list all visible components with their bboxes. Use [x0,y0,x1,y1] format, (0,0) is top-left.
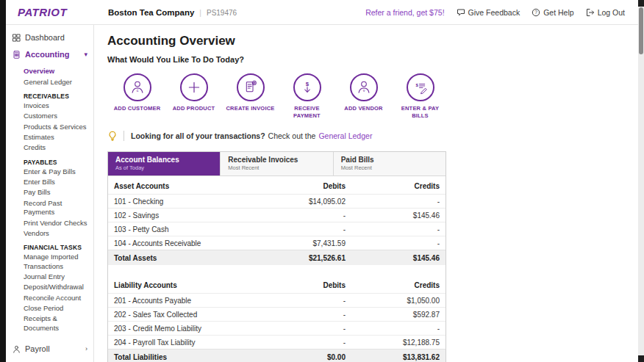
debits-value: - [259,211,346,220]
sidebar-item-accounting[interactable]: Accounting▾ [6,46,93,63]
debits-value: - [259,339,346,347]
credits-column-header: Credits [346,182,440,190]
sidebar-item-payroll[interactable]: Payroll› [6,341,93,358]
page-subtitle: What Would You Like To Do Today? [107,55,638,64]
window-edge-left [0,0,6,362]
action-label: ENTER & PAY BILLS [396,105,446,120]
account-name: 101 - Checking [114,198,259,206]
patriot-logo[interactable]: PATRIOT [18,6,67,18]
table-total-row: Total Liabilities$0.00$13,831.62 [108,349,446,362]
scroll-up-button[interactable] [638,0,644,7]
sidebar-item-deposit-withdrawal[interactable]: Deposit/Withdrawal [6,282,93,292]
tab-subtitle: Most Recent [341,164,438,171]
scrollbar-thumb[interactable] [639,7,643,54]
page-scrollbar[interactable] [638,0,644,362]
table-row: 102 - Savings-$145.46 [108,208,446,222]
sidebar-item-reports[interactable]: Reports [6,358,93,362]
account-name: 201 - Accounts Payable [114,297,259,305]
sidebar-item-print-vendor-checks[interactable]: Print Vendor Checks [6,218,93,228]
account-name: 202 - Sales Tax Collected [114,311,259,319]
sidebar-item-dashboard[interactable]: Dashboard [6,29,93,46]
debits-value: - [259,297,346,305]
sidebar-section-payables: PAYABLES [6,157,93,167]
page-title: Accounting Overview [107,34,638,48]
total-debits: $21,526.61 [259,254,346,262]
sidebar-item-enter-pay-bills[interactable]: Enter & Pay Bills [6,167,93,177]
action-label: ADD PRODUCT [173,105,215,112]
sidebar-item-journal-entry[interactable]: Journal Entry [6,272,93,282]
sidebar-item-receipts-documents[interactable]: Receipts & Documents [6,314,93,333]
tab-title: Receivable Invoices [228,156,325,164]
tab-subtitle: Most Recent [228,164,325,171]
sidebar-item-products-services[interactable]: Products & Services [6,122,93,132]
content-row: DashboardAccounting▾OverviewGeneral Ledg… [6,25,638,362]
chevron-down-icon: ▾ [84,51,87,59]
sidebar-item-estimates[interactable]: Estimates [6,132,93,142]
section-header: Liability Accounts [114,281,259,289]
action-add-customer[interactable]: cADD CUSTOMER [109,73,165,120]
svg-text:$: $ [415,83,418,87]
sidebar-item-vendors[interactable]: Vendors [6,228,93,239]
get-help-label: Get Help [543,8,573,17]
refer-friend-link[interactable]: Refer a friend, get $75! [365,8,444,17]
action-add-product[interactable]: ADD PRODUCT [165,73,222,120]
sidebar-section-financial-tasks: FINANCIAL TASKS [6,242,93,252]
table-row: 201 - Accounts Payable-$1,050.00 [108,293,446,307]
action-add-vendor[interactable]: vADD VENDOR [335,73,392,120]
sidebar-item-overview[interactable]: Overview [6,66,93,76]
debits-column-header: Debits [259,182,346,190]
svg-text:c: c [136,88,138,93]
top-bar: PATRIOT Boston Tea Company | PS19476 Ref… [6,0,638,25]
card-tabs: Account BalancesAs of TodayReceivable In… [108,152,446,176]
action-create-invoice[interactable]: CREATE INVOICE [222,73,279,120]
give-feedback-button[interactable]: Give Feedback [457,8,520,17]
log-out-label: Log Out [598,8,625,17]
sidebar-item-enter-bills[interactable]: Enter Bills [6,177,93,187]
table-row: 204 - Payroll Tax Liability-$12,188.75 [108,335,446,349]
sidebar-item-close-period[interactable]: Close Period [6,303,93,314]
action-receive-payment[interactable]: $RECEIVE PAYMENT [279,73,335,120]
table-header-row: Liability AccountsDebitsCredits [108,275,446,293]
section-header: Asset Accounts [114,182,259,190]
sidebar-item-credits[interactable]: Credits [6,142,93,153]
total-debits: $0.00 [259,353,346,361]
sidebar-item-general-ledger[interactable]: General Ledger [6,77,93,87]
sidebar-item-manage-imported-transactions[interactable]: Manage Imported Transactions [6,252,93,272]
action-label: ADD VENDOR [344,105,382,112]
receive-payment-icon: $ [293,73,321,101]
tab-account-balances[interactable]: Account BalancesAs of Today [108,152,221,175]
general-ledger-link[interactable]: General Ledger [318,131,372,140]
account-name: 103 - Petty Cash [114,225,259,234]
tab-receivable-invoices[interactable]: Receivable InvoicesMost Recent [221,152,333,175]
table-row: 104 - Accounts Receivable$7,431.59- [108,236,446,250]
total-credits: $145.46 [346,254,440,262]
account-name: 204 - Payroll Tax Liability [114,339,259,347]
table-header-row: Asset AccountsDebitsCredits [108,176,446,194]
tip-question: Looking for all of your transactions? [131,131,265,140]
credits-value: $145.46 [346,211,440,220]
sidebar-item-invoices[interactable]: Invoices [6,101,93,111]
debits-value: - [259,225,346,234]
action-label: ADD CUSTOMER [114,105,161,112]
credits-value: - [346,325,440,333]
total-credits: $13,831.62 [346,353,440,361]
sidebar-item-pay-bills[interactable]: Pay Bills [6,187,93,198]
chevron-right-icon: › [85,345,87,353]
tab-title: Paid Bills [341,156,438,164]
credits-column-header: Credits [346,281,440,289]
tab-paid-bills[interactable]: Paid BillsMost Recent [334,152,446,175]
sidebar-item-label: Payroll [25,344,50,354]
sidebar-item-record-past-payments[interactable]: Record Past Payments [6,198,93,218]
sidebar-item-reconcile-account[interactable]: Reconcile Account [6,293,93,303]
scroll-down-button[interactable] [638,355,644,362]
log-out-button[interactable]: Log Out [586,8,625,17]
get-help-button[interactable]: ? Get Help [532,8,573,17]
debits-value: - [259,311,346,319]
logo-zone: PATRIOT [6,6,94,19]
svg-text:$: $ [305,81,309,87]
table-total-row: Total Assets$21,526.61$145.46 [108,250,446,265]
sidebar-item-customers[interactable]: Customers [6,111,93,121]
credits-value: $592.87 [346,311,440,319]
question-circle-icon: ? [532,8,540,17]
action-enter-pay-bills[interactable]: $ENTER & PAY BILLS [392,73,448,120]
